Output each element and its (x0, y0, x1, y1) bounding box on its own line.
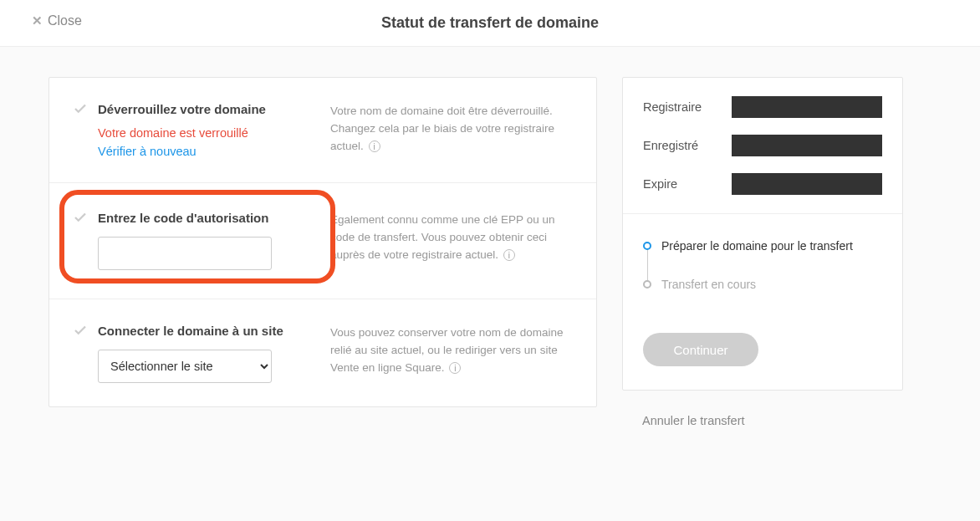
topbar: ✕ Close Statut de transfert de domaine (0, 0, 980, 47)
registered-label: Enregistré (643, 139, 698, 152)
check-icon (73, 323, 88, 338)
check-icon (73, 101, 88, 116)
verify-again-link[interactable]: Vérifier à nouveau (98, 145, 197, 158)
steps-panel: Déverrouillez votre domaine Votre domain… (48, 77, 597, 407)
step-auth: Entrez le code d'autorisation Egalement … (49, 183, 596, 299)
close-button[interactable]: ✕ Close (32, 13, 82, 28)
registrar-label: Registraire (643, 100, 702, 114)
progress-steps: Préparer le domaine pour le transfert Tr… (623, 214, 902, 316)
info-row-registrar: Registraire (643, 96, 882, 118)
info-row-registered: Enregistré (643, 135, 882, 156)
step-auth-title: Entrez le code d'autorisation (98, 211, 268, 225)
step-connect-title: Connecter le domaine à un site (98, 324, 283, 338)
step-auth-desc: Egalement connu comme une clé EPP ou un … (330, 210, 571, 270)
auth-code-input[interactable] (98, 237, 272, 270)
continue-button[interactable]: Continuer (643, 333, 758, 366)
page-title: Statut de transfert de domaine (0, 14, 980, 32)
step-unlock-title: Déverrouillez votre domaine (98, 102, 266, 116)
sidebar-panel: Registraire Enregistré Expire Préparer l… (622, 77, 903, 391)
progress-line (647, 248, 648, 281)
site-select[interactable]: Sélectionner le site (98, 350, 272, 383)
info-icon[interactable]: i (369, 140, 380, 152)
cancel-transfer-link[interactable]: Annuler le transfert (622, 391, 903, 427)
registered-value-redacted (732, 135, 882, 156)
progress-step2-label: Transfert en cours (661, 278, 756, 291)
info-icon[interactable]: i (449, 362, 461, 374)
step-connect-desc: Vous pouvez conserver votre nom de domai… (330, 323, 571, 383)
progress-step-prepare: Préparer le domaine pour le transfert (643, 239, 882, 278)
expires-value-redacted (732, 173, 882, 195)
progress-dot-active-icon (643, 242, 651, 250)
info-row-expires: Expire (643, 173, 882, 195)
step-unlock-desc: Votre nom de domaine doit être déverroui… (330, 101, 571, 159)
step-connect: Connecter le domaine à un site Sélection… (49, 299, 596, 406)
step-unlock: Déverrouillez votre domaine Votre domain… (49, 78, 596, 183)
progress-step1-label: Préparer le domaine pour le transfert (661, 239, 853, 253)
progress-dot-inactive-icon (643, 280, 651, 289)
progress-step-transfer: Transfert en cours (643, 278, 882, 291)
info-icon[interactable]: i (503, 249, 515, 261)
close-icon: ✕ (32, 13, 43, 28)
expires-label: Expire (643, 177, 677, 191)
registrar-value-redacted (732, 96, 882, 118)
close-label: Close (48, 13, 82, 28)
domain-info: Registraire Enregistré Expire (623, 78, 902, 214)
check-icon (73, 210, 88, 225)
locked-message: Votre domaine est verrouillé (98, 126, 307, 140)
